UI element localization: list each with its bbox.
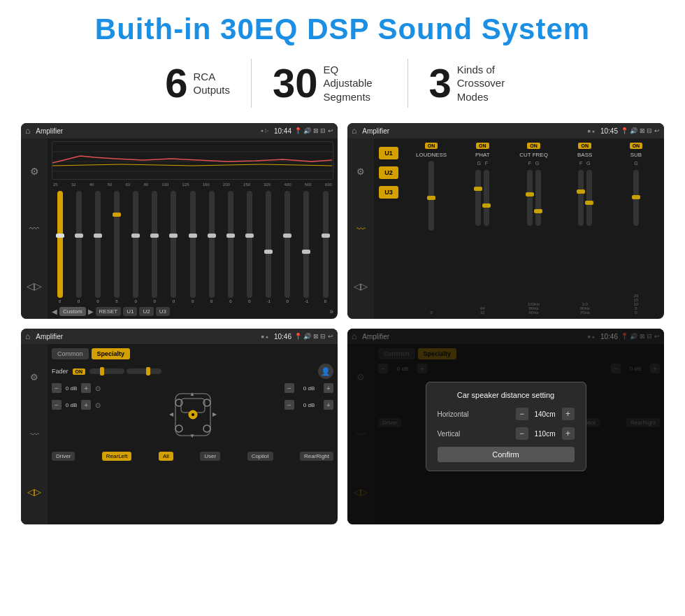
fader-db-row-4: − 0 dB + — [284, 400, 333, 410]
fader-icon-vol[interactable]: ◁▷ — [27, 487, 41, 497]
fader-settings-icon[interactable]: 👤 — [318, 364, 333, 379]
fader-tab-common[interactable]: Common — [52, 348, 89, 359]
fader-zone-driver[interactable]: Driver — [52, 452, 75, 461]
fader-zone-copilot[interactable]: Copilot — [247, 452, 273, 461]
eq-slider-12[interactable]: 0 — [280, 189, 296, 303]
stat-label-rca: RCAOutputs — [193, 70, 230, 97]
cutfreq-slider-g[interactable] — [535, 170, 541, 226]
eq-btn-reset[interactable]: RESET — [96, 307, 122, 316]
eq-slider-1[interactable]: 0 — [71, 189, 87, 303]
eq-slider-14[interactable]: 0 — [317, 189, 333, 303]
fader-plus-1[interactable]: + — [81, 383, 91, 393]
home-icon-eq[interactable]: ⌂ — [25, 126, 30, 136]
eq-btn-custom[interactable]: Custom — [59, 307, 86, 316]
eq-slider-3[interactable]: 5 — [108, 189, 124, 303]
fader-zone-rearright[interactable]: RearRight — [300, 452, 333, 461]
loudness-on-badge[interactable]: ON — [425, 143, 438, 149]
status-icons-fader: 📍 🔊 ⊠ ⊟ ↩ — [294, 333, 333, 340]
fader-on-badge[interactable]: ON — [73, 368, 86, 375]
dialog-horizontal-control: − 140cm + — [516, 408, 575, 420]
bass-gf: F G — [579, 161, 591, 166]
dialog-horizontal-plus[interactable]: + — [562, 408, 575, 420]
eq-slider-8[interactable]: 0 — [203, 189, 219, 303]
eq-slider-11[interactable]: -1 — [261, 189, 277, 303]
dialog-vertical-row: Vertical − 110cm + — [438, 427, 575, 440]
fader-h-slider[interactable] — [89, 368, 124, 374]
eq-icon-filter[interactable]: ⚙ — [30, 166, 39, 177]
eq-slider-9[interactable]: 0 — [222, 189, 238, 303]
bass-slider-g[interactable] — [586, 170, 592, 226]
bass-slider-f[interactable] — [578, 170, 584, 226]
fader-db-2: 0 dB — [66, 402, 77, 408]
dialog-vertical-plus[interactable]: + — [562, 427, 575, 440]
eq-icon-wave[interactable]: 〰 — [29, 223, 39, 234]
cutfreq-slider-f[interactable] — [527, 170, 533, 226]
xover-u-buttons: U1 U2 U3 — [374, 138, 403, 319]
fader-db-4: 0 dB — [303, 402, 315, 408]
eq-slider-10[interactable]: 0 — [241, 189, 257, 303]
home-icon-xover[interactable]: ⌂ — [352, 126, 356, 136]
fader-h-slider2[interactable] — [127, 368, 161, 374]
eq-slider-2[interactable]: 0 — [89, 189, 106, 303]
eq-slider-6[interactable]: 0 — [166, 189, 182, 303]
status-icons-eq: 📍 🔊 ⊠ ⊟ ↩ — [294, 127, 333, 134]
eq-more[interactable]: » — [329, 308, 333, 315]
xover-icon-wave[interactable]: 〰 — [356, 224, 366, 234]
svg-point-9 — [175, 425, 182, 432]
fader-plus-4[interactable]: + — [324, 400, 333, 410]
fader-minus-2[interactable]: − — [52, 400, 62, 410]
sub-freq: 20151050 — [634, 294, 639, 315]
xover-u1-btn[interactable]: U1 — [379, 147, 398, 159]
stat-number-eq: 30 — [273, 63, 318, 103]
phat-on-badge[interactable]: ON — [476, 143, 489, 149]
fader-minus-3[interactable]: − — [284, 383, 294, 393]
sub-g: G — [634, 161, 637, 166]
xover-icon-filter[interactable]: ⚙ — [356, 166, 365, 177]
eq-btn-u1[interactable]: U1 — [123, 307, 137, 316]
fader-icon-filter[interactable]: ⚙ — [30, 372, 38, 382]
xover-icon-vol[interactable]: ◁▷ — [354, 281, 368, 292]
eq-btn-u3[interactable]: U3 — [156, 307, 170, 316]
xover-u3-btn[interactable]: U3 — [379, 186, 398, 199]
cutfreq-on-badge[interactable]: ON — [527, 143, 540, 149]
fader-plus-3[interactable]: + — [324, 383, 333, 393]
eq-next[interactable]: ▶ — [88, 308, 94, 315]
eq-btn-u2[interactable]: U2 — [139, 307, 153, 316]
eq-slider-0[interactable]: 0 — [52, 189, 68, 303]
sub-on-badge[interactable]: ON — [630, 143, 643, 149]
fader-icon-wave[interactable]: 〰 — [30, 429, 39, 440]
speaker-dialog-box: Car speaker distance setting Horizontal … — [426, 382, 586, 471]
eq-slider-7[interactable]: 0 — [185, 189, 201, 303]
fader-plus-2[interactable]: + — [81, 400, 91, 410]
cutfreq-gf: F G — [528, 161, 540, 166]
dialog-vertical-value: 110cm — [531, 430, 559, 438]
eq-slider-5[interactable]: 0 — [147, 189, 163, 303]
status-bar-eq: ⌂ Amplifier ● ▷ 10:44 📍 🔊 ⊠ ⊟ ↩ — [21, 123, 338, 138]
loudness-slider[interactable] — [428, 161, 434, 231]
stat-label-eq: EQ AdjustableSegments — [324, 63, 387, 104]
dialog-confirm-button[interactable]: Confirm — [438, 447, 575, 462]
fader-tab-specialty[interactable]: Specialty — [92, 348, 131, 359]
dialog-horizontal-minus[interactable]: − — [516, 408, 528, 420]
eq-slider-13[interactable]: -1 — [298, 189, 315, 303]
eq-prev[interactable]: ◀ — [52, 308, 57, 315]
bass-on-badge[interactable]: ON — [578, 143, 591, 149]
eq-slider-4[interactable]: 0 — [128, 189, 144, 303]
xover-u2-btn[interactable]: U2 — [379, 166, 398, 179]
screen-speaker-dialog: ⌂ Amplifier ■ ● 10:46 📍 🔊 ⊠ ⊟ ↩ ⚙ 〰 ◁▷ C… — [347, 329, 664, 524]
dialog-vertical-minus[interactable]: − — [516, 427, 528, 440]
fader-zone-rearleft[interactable]: RearLeft — [102, 452, 132, 461]
fader-screen-body: ⚙ 〰 ◁▷ Common Specialty Fader ON — [21, 344, 338, 524]
fader-minus-1[interactable]: − — [52, 383, 62, 393]
fader-bottom-zones: Driver RearLeft All User Copilot RearRig… — [52, 452, 333, 461]
home-icon-fader[interactable]: ⌂ — [25, 331, 30, 341]
phat-slider-g[interactable] — [475, 170, 481, 226]
status-title-xover: Amplifier — [362, 127, 584, 135]
status-time-xover: 10:45 — [600, 127, 618, 135]
fader-zone-all[interactable]: All — [159, 452, 173, 461]
sub-slider[interactable] — [633, 170, 639, 226]
fader-zone-user[interactable]: User — [200, 452, 220, 461]
fader-minus-4[interactable]: − — [284, 400, 294, 410]
phat-slider-f[interactable] — [484, 170, 489, 226]
eq-icon-volume[interactable]: ◁▷ — [27, 280, 42, 292]
